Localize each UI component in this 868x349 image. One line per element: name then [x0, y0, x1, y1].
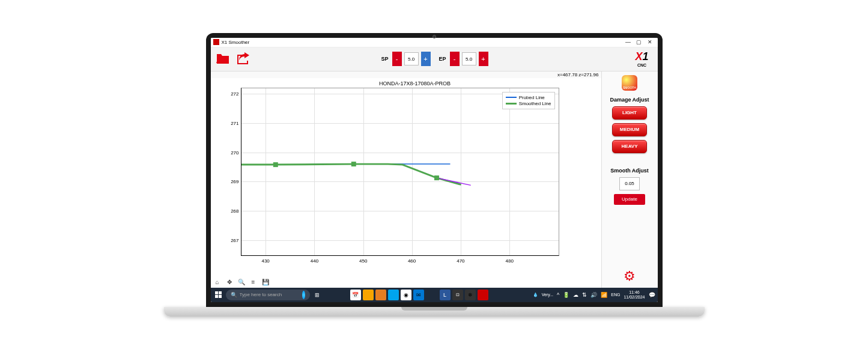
cortana-icon[interactable] [302, 291, 305, 299]
settings-icon[interactable]: ⚙ [624, 269, 636, 284]
chart-legend: Probed Line Smoothed Line [502, 92, 555, 109]
damage-medium-button[interactable]: MEDIUM [612, 123, 647, 136]
ep-minus-button[interactable]: - [450, 52, 460, 66]
maximize-button[interactable]: ▢ [634, 39, 645, 45]
svg-rect-6 [219, 295, 222, 298]
xtick: 440 [311, 258, 318, 264]
legend-item: Probed Line [519, 95, 545, 100]
onedrive-icon[interactable]: ☁ [573, 292, 578, 298]
ytick: 269 [225, 179, 239, 184]
xtick: 460 [408, 258, 416, 264]
smooth-adjust-header: Smooth Adjust [610, 168, 649, 174]
task-view-icon[interactable]: ⊞ [312, 290, 323, 300]
svg-rect-0 [273, 162, 278, 167]
app-logo: X1 CNC [630, 50, 654, 67]
power-icon[interactable]: 🔋 [563, 292, 569, 298]
taskbar-app-edge[interactable] [388, 290, 399, 300]
clock-time: 11:46 [624, 290, 645, 295]
window-titlebar: X1 Smoother — ▢ ✕ [211, 38, 658, 47]
start-button[interactable] [213, 290, 224, 300]
taskbar-app-orange[interactable] [375, 290, 386, 300]
laptop-frame: X1 Smoother — ▢ ✕ SP - + EP [206, 33, 663, 317]
ep-input[interactable] [462, 52, 476, 65]
taskbar-app-calendar[interactable]: 📅 [350, 290, 361, 300]
ytick: 268 [225, 208, 239, 214]
minimize-button[interactable]: — [623, 39, 634, 45]
ep-label: EP [439, 56, 446, 62]
taskbar-app-chrome[interactable]: ◉ [401, 290, 411, 300]
notifications-icon[interactable]: 💬 [649, 292, 655, 298]
wifi-icon[interactable]: 📶 [601, 292, 607, 298]
laptop-camera [432, 35, 436, 38]
damage-adjust-header: Damage Adjust [610, 97, 649, 103]
ep-plus-button[interactable]: + [479, 52, 488, 66]
window-title: X1 Smoother [222, 40, 623, 45]
search-icon: 🔍 [231, 292, 237, 298]
smooth-mode-icon[interactable]: SMOOTH [622, 75, 637, 91]
save-icon[interactable]: 💾 [261, 278, 270, 287]
taskbar-app-l[interactable]: L [440, 290, 451, 300]
weather-text[interactable]: Very... [542, 293, 553, 297]
svg-rect-2 [434, 175, 439, 180]
chart-container: HONDA-17X8-17080A-PROB 267 268 269 270 2… [211, 78, 601, 262]
right-sidebar: SMOOTH Damage Adjust LIGHT MEDIUM HEAVY … [601, 71, 658, 288]
svg-rect-3 [215, 291, 218, 294]
ytick: 267 [225, 238, 239, 243]
weather-icon[interactable]: 💧 [533, 293, 538, 297]
sp-minus-button[interactable]: - [392, 52, 402, 66]
taskbar-app-mail[interactable]: ✉ [413, 290, 424, 300]
ytick: 270 [225, 150, 239, 155]
ytick: 271 [225, 121, 239, 126]
windows-taskbar: 🔍 ⊞ 📅 ◉ ✉ L ⊡ ❄ 💧 Very... [211, 288, 658, 302]
clock-date: 11/02/2024 [624, 295, 645, 300]
export-button[interactable] [235, 50, 252, 67]
taskbar-app-snow[interactable]: ❄ [465, 290, 476, 300]
close-button[interactable]: ✕ [645, 39, 655, 45]
zoom-icon[interactable]: 🔍 [237, 278, 246, 287]
home-icon[interactable]: ⌂ [213, 278, 222, 287]
ytick: 272 [225, 91, 239, 97]
language-indicator[interactable]: ENG [611, 293, 620, 297]
update-button[interactable]: Update [614, 194, 645, 205]
xtick: 430 [261, 258, 269, 264]
chart-plot-area[interactable]: 267 268 269 270 271 272 430 440 450 460 … [241, 88, 559, 256]
damage-heavy-button[interactable]: HEAVY [612, 140, 647, 153]
laptop-base [164, 307, 705, 317]
svg-rect-1 [351, 162, 356, 166]
taskbar-app-fps[interactable]: ⊡ [452, 290, 463, 300]
smooth-adjust-input[interactable] [619, 177, 640, 190]
sp-label: SP [381, 56, 389, 62]
network-icon[interactable]: ⇅ [582, 292, 587, 298]
main-toolbar: SP - + EP - + X1 CNC [211, 47, 658, 71]
sp-plus-button[interactable]: + [421, 52, 431, 66]
app-icon [213, 39, 219, 45]
main-panel: x=467.78 z=271.96 HONDA-17X8-17080A-PROB… [211, 71, 601, 288]
volume-icon[interactable]: 🔊 [590, 292, 597, 298]
chart-title: HONDA-17X8-17080A-PROB [241, 80, 589, 86]
xtick: 450 [359, 258, 367, 264]
tray-chevron-icon[interactable]: ^ [557, 292, 559, 298]
sp-input[interactable] [404, 52, 419, 65]
taskbar-app-file[interactable] [363, 290, 374, 300]
search-input[interactable] [240, 292, 300, 297]
configure-icon[interactable]: ≡ [249, 278, 258, 287]
svg-rect-5 [215, 295, 218, 298]
chart-lines [241, 88, 559, 256]
open-file-button[interactable] [214, 50, 231, 67]
xtick: 480 [506, 258, 514, 264]
taskbar-app-x1[interactable] [478, 290, 488, 300]
logo-subtitle: CNC [630, 63, 654, 67]
pan-icon[interactable]: ✥ [225, 278, 234, 287]
chart-toolbar: ⌂ ✥ 🔍 ≡ 💾 [213, 278, 270, 287]
taskbar-clock[interactable]: 11:46 11/02/2024 [624, 290, 645, 299]
damage-light-button[interactable]: LIGHT [612, 106, 647, 120]
taskbar-search[interactable]: 🔍 [226, 290, 310, 300]
legend-item: Smoothed Line [519, 101, 551, 106]
xtick: 470 [457, 258, 464, 264]
coordinate-readout: x=467.78 z=271.96 [211, 71, 601, 78]
svg-rect-4 [219, 291, 222, 294]
